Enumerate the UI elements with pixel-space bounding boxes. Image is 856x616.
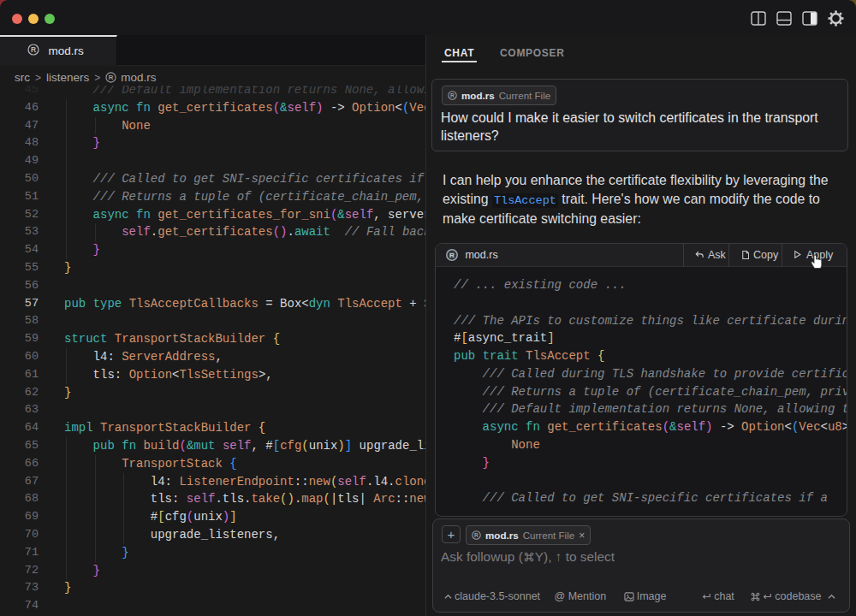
svg-text:R: R [450, 92, 455, 98]
svg-text:R: R [474, 532, 479, 538]
svg-text:R: R [31, 45, 36, 54]
svg-text:R: R [449, 252, 455, 259]
svg-text:R: R [109, 74, 114, 81]
